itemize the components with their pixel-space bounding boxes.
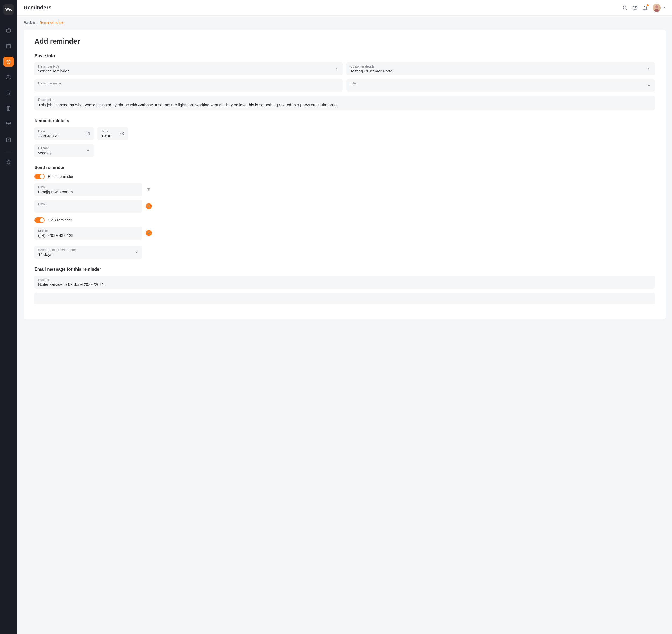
alarm-icon — [6, 59, 11, 64]
date-input[interactable]: Date 27th Jan 21 — [34, 127, 94, 140]
app-logo[interactable]: We. — [3, 4, 14, 15]
field-label: Site — [350, 81, 651, 85]
form-card: Add reminder Basic info Reminder type Se… — [24, 30, 666, 319]
help-button[interactable] — [632, 5, 638, 11]
search-icon — [622, 5, 628, 10]
field-value: Boiler service to be done 20/04/2021 — [38, 282, 651, 287]
email-reminder-toggle[interactable] — [34, 174, 45, 179]
svg-point-12 — [655, 5, 658, 8]
field-label: Mobile — [38, 229, 138, 233]
field-label: Date — [38, 129, 90, 133]
send-before-select[interactable]: Send reminder before due 14 days — [34, 246, 142, 259]
delete-email-button[interactable] — [146, 187, 152, 192]
section-reminder-details: Reminder details — [34, 118, 655, 123]
sidebar-nav: We. — [0, 0, 17, 634]
avatar — [653, 4, 661, 12]
toggle-label: Email reminder — [48, 174, 73, 179]
svg-rect-7 — [7, 122, 11, 123]
field-label: Subject — [38, 278, 651, 282]
field-label: Description — [38, 98, 651, 102]
sidebar-item-tasks[interactable] — [3, 88, 14, 98]
subject-input[interactable]: Subject Boiler service to be done 20/04/… — [34, 275, 655, 289]
svg-rect-0 — [7, 29, 11, 32]
reminder-type-select[interactable]: Reminder type Service reminder — [34, 62, 343, 75]
field-value: 10:00 — [101, 133, 124, 138]
section-basic-info: Basic info — [34, 53, 655, 58]
description-textarea[interactable]: Description This job is based on what wa… — [34, 96, 655, 110]
section-email-message: Email message for this reminder — [34, 267, 655, 272]
gear-icon — [6, 160, 11, 165]
users-icon — [6, 75, 11, 80]
sidebar-item-settings[interactable] — [3, 157, 14, 168]
field-value — [350, 86, 651, 90]
field-label: Send reminder before due — [38, 248, 138, 252]
toggle-label: SMS reminder — [48, 218, 72, 222]
sidebar-item-calendar[interactable] — [3, 41, 14, 51]
archive-icon — [6, 121, 11, 127]
field-value: Weekly — [38, 150, 90, 155]
field-label: Time — [101, 129, 124, 133]
add-email-button[interactable] — [146, 203, 152, 209]
briefcase-icon — [6, 28, 11, 33]
calendar-icon — [6, 43, 11, 49]
field-label: Customer details — [350, 65, 651, 68]
field-label: Reminder type — [38, 65, 339, 68]
email-input-1[interactable]: Email mm@pmwla.comm — [34, 183, 142, 196]
field-value — [38, 86, 339, 90]
field-label: Email — [38, 186, 138, 189]
svg-point-4 — [9, 76, 10, 77]
svg-point-6 — [9, 94, 10, 95]
svg-point-10 — [623, 6, 626, 9]
notification-badge — [647, 4, 649, 6]
svg-point-9 — [8, 162, 9, 163]
form-heading: Add reminder — [34, 37, 655, 46]
breadcrumb: Back to: Reminders list — [24, 21, 666, 25]
chart-icon — [6, 137, 11, 142]
field-value — [38, 206, 138, 211]
sidebar-divider — [5, 152, 13, 152]
customer-details-select[interactable]: Customer details Testing Customer Portal — [346, 62, 655, 75]
field-value: Testing Customer Portal — [350, 69, 651, 73]
field-value: (44) 07939 432 123 — [38, 233, 138, 238]
sidebar-item-jobs[interactable] — [3, 25, 14, 35]
field-value: 27th Jan 21 — [38, 133, 90, 138]
page-title: Reminders — [24, 5, 622, 11]
field-value: mm@pmwla.comm — [38, 190, 138, 194]
svg-rect-1 — [7, 44, 11, 48]
chevron-down-icon — [662, 6, 666, 9]
plus-icon — [147, 204, 151, 208]
notifications-button[interactable] — [642, 5, 648, 11]
field-label: Reminder name — [38, 81, 339, 85]
repeat-select[interactable]: Repeat Weekly — [34, 144, 94, 157]
message-body-input[interactable] — [34, 293, 655, 304]
reminder-name-input[interactable]: Reminder name — [34, 79, 343, 92]
sidebar-item-reminders[interactable] — [3, 56, 14, 67]
user-menu[interactable] — [653, 4, 666, 12]
sidebar-item-analytics[interactable] — [3, 135, 14, 145]
breadcrumb-prefix: Back to: — [24, 21, 38, 25]
trash-icon — [146, 187, 151, 192]
sidebar-item-archive[interactable] — [3, 119, 14, 129]
search-button[interactable] — [622, 5, 628, 11]
breadcrumb-link[interactable]: Reminders list — [39, 21, 63, 25]
plus-icon — [147, 231, 151, 235]
field-value: 14 days — [38, 252, 138, 257]
note-icon — [6, 106, 11, 111]
sidebar-item-people[interactable] — [3, 72, 14, 82]
clipboard-check-icon — [6, 90, 11, 96]
sidebar-item-notes[interactable] — [3, 103, 14, 114]
field-value: This job is based on what was discussed … — [38, 102, 651, 108]
section-send-reminder: Send reminder — [34, 165, 655, 170]
field-value: Service reminder — [38, 69, 339, 73]
svg-point-3 — [7, 75, 9, 77]
topbar: Reminders — [17, 0, 672, 16]
add-mobile-button[interactable] — [146, 230, 152, 236]
mobile-input[interactable]: Mobile (44) 07939 432 123 — [34, 226, 142, 240]
svg-rect-5 — [7, 91, 10, 95]
time-input[interactable]: Time 10:00 — [97, 127, 128, 140]
field-label: Email — [38, 202, 138, 206]
email-input-2[interactable]: Email — [34, 200, 142, 213]
sms-reminder-toggle[interactable] — [34, 217, 45, 223]
field-label: Repeat — [38, 146, 90, 150]
site-select[interactable]: Site — [346, 79, 655, 92]
